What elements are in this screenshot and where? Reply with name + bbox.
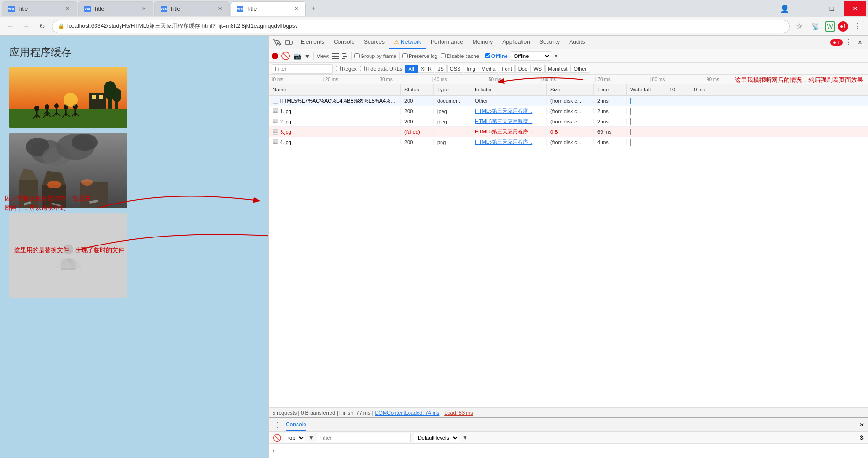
filter-font[interactable]: Font: [499, 65, 515, 73]
annotation-offline: 这里我模拟断网后的情况，然后强刷看页面效果: [735, 76, 863, 84]
url-text: localhost:63342/studyH5/HTML5第三天应用程序缓存.h…: [67, 22, 298, 30]
timeline-50ms: 50 ms: [487, 77, 541, 82]
close-button[interactable]: ✕: [844, 1, 866, 16]
close-console-button[interactable]: ✕: [860, 422, 864, 428]
clear-button[interactable]: 🚫: [281, 51, 290, 60]
capture-screenshots-button[interactable]: 📷: [293, 52, 301, 60]
page-images: [9, 67, 259, 298]
filter-all[interactable]: All: [405, 65, 417, 73]
filter-doc[interactable]: Doc: [515, 65, 530, 73]
row-3-name-text: 2.jpg: [280, 119, 291, 124]
row-5-time: 4 ms: [594, 139, 627, 145]
preserve-log-checkbox[interactable]: Preserve log: [402, 53, 438, 59]
console-menu-button[interactable]: ⋮: [273, 420, 283, 430]
filter-manifest[interactable]: Manifest: [545, 65, 571, 73]
row-4-initiator-link[interactable]: HTML5第三天应用程序...: [475, 129, 532, 134]
back-button[interactable]: ←: [4, 20, 17, 33]
tab-3-close[interactable]: ✕: [216, 5, 224, 13]
maximize-button[interactable]: □: [821, 1, 843, 16]
tab-1-close[interactable]: ✕: [64, 5, 71, 13]
record-button[interactable]: [272, 53, 278, 59]
console-tab-label[interactable]: Console: [286, 419, 306, 431]
user-icon-btn[interactable]: 👤: [774, 1, 796, 16]
table-empty-space: [269, 147, 868, 407]
tab-memory[interactable]: Memory: [468, 36, 498, 49]
new-tab-button[interactable]: +: [307, 2, 320, 15]
filter-js[interactable]: JS: [435, 65, 447, 73]
url-bar[interactable]: 🔒 localhost:63342/studyH5/HTML5第三天应用程序缓存…: [52, 20, 790, 33]
tab-network[interactable]: ⚠ Network: [389, 36, 426, 49]
bookmark-star-button[interactable]: ☆: [793, 20, 806, 33]
tab-2-close[interactable]: ✕: [140, 5, 147, 13]
filter-toggle-button[interactable]: ▼: [304, 52, 311, 60]
device-toolbar-button[interactable]: [284, 37, 294, 48]
tab-performance[interactable]: Performance: [426, 36, 468, 49]
view-list-button[interactable]: [332, 53, 339, 59]
filter-media[interactable]: Media: [479, 65, 498, 73]
offline-select[interactable]: Offline Slow 3G Fast 3G No throttling: [511, 51, 551, 61]
error-badge: ●1: [838, 21, 848, 32]
row-2-name-text: 1.jpg: [280, 108, 291, 114]
more-devtools-button[interactable]: ⋮: [844, 37, 854, 48]
row-1-size: (from disk c...: [547, 98, 594, 104]
table-header: Name Status Type Initiator Size Time Wat…: [269, 84, 868, 96]
reload-button[interactable]: ↻: [36, 20, 49, 33]
filter-ws[interactable]: WS: [530, 65, 545, 73]
view-waterfall-button[interactable]: [342, 53, 348, 59]
row-5-initiator-link[interactable]: HTML5第三天应用程序...: [475, 139, 532, 145]
table-row[interactable]: 1.jpg 200 jpeg HTML5第三天应用程度... (from dis…: [269, 106, 868, 116]
tab-2[interactable]: WS Title ✕: [78, 1, 153, 16]
view-label: View:: [317, 53, 330, 59]
table-row[interactable]: HTML5%E7%AC%AC%E4%B8%89%E5%A4%A... 200 d…: [269, 96, 868, 106]
disable-cache-checkbox[interactable]: Disable cache: [441, 53, 479, 59]
filter-other[interactable]: Other: [571, 65, 590, 73]
table-row-failed[interactable]: 3.jpg (failed) HTML5第三天应用程序... 0 B 69 ms: [269, 127, 868, 137]
hide-data-urls-checkbox[interactable]: Hide data URLs: [360, 66, 402, 72]
row-1-time: 2 ms: [594, 98, 627, 104]
console-filter-input[interactable]: [317, 433, 411, 442]
tab-4-close[interactable]: ✕: [292, 5, 300, 13]
offline-checkbox[interactable]: Offline: [485, 53, 508, 59]
filter-xhr[interactable]: XHR: [418, 65, 434, 73]
tab-elements[interactable]: Elements: [296, 36, 329, 49]
tab-4-favicon: WS: [237, 6, 243, 12]
console-context-select[interactable]: top: [284, 433, 305, 442]
load-link[interactable]: Load: 83 ms: [444, 410, 473, 416]
tab-1[interactable]: WS Title ✕: [2, 1, 77, 16]
tab-audits[interactable]: Audits: [564, 36, 589, 49]
tab-console[interactable]: Console: [329, 36, 359, 49]
row-2-initiator-link[interactable]: HTML5第三天应用程度...: [475, 108, 532, 114]
close-devtools-button[interactable]: ✕: [855, 37, 865, 48]
filter-input[interactable]: [272, 64, 333, 74]
row-1-initiator: Other: [471, 98, 547, 104]
forward-button[interactable]: →: [20, 20, 33, 33]
row-2-name: 1.jpg: [269, 108, 401, 114]
extensions-button[interactable]: W: [825, 21, 835, 32]
tab-application[interactable]: Application: [498, 36, 535, 49]
more-options-button[interactable]: ⋮: [851, 20, 864, 33]
tab-security[interactable]: Security: [535, 36, 564, 49]
tab-sources[interactable]: Sources: [359, 36, 389, 49]
group-by-frame-checkbox[interactable]: Group by frame: [354, 53, 396, 59]
console-clear-button[interactable]: 🚫: [273, 433, 281, 442]
filter-css[interactable]: CSS: [447, 65, 464, 73]
row-3-initiator-link[interactable]: HTML5第三天应用程度...: [475, 118, 532, 124]
level-dropdown-arrow: ▼: [462, 434, 468, 441]
filter-img[interactable]: Img: [464, 65, 478, 73]
cast-button[interactable]: 📡: [809, 20, 822, 33]
domcontentloaded-link[interactable]: DOMContentLoaded: 74 ms: [375, 410, 439, 416]
regex-checkbox[interactable]: Regex: [336, 66, 357, 72]
console-level-select[interactable]: Default levels: [414, 433, 459, 442]
inspect-element-button[interactable]: [272, 37, 282, 48]
tab-3-favicon: WS: [161, 6, 167, 12]
image-1: [9, 67, 127, 128]
context-dropdown-arrow[interactable]: ▼: [308, 434, 314, 441]
console-settings-button[interactable]: ⚙: [859, 434, 864, 441]
minimize-button[interactable]: —: [797, 1, 819, 16]
table-row[interactable]: 2.jpg 200 jpeg HTML5第三天应用程度... (from dis…: [269, 116, 868, 127]
tab-3[interactable]: WS Title ✕: [154, 1, 230, 16]
svg-rect-60: [342, 58, 345, 59]
row-2-waterfall: [627, 108, 868, 114]
table-row[interactable]: 4.jpg 200 png HTML5第三天应用程序... (from disk…: [269, 137, 868, 147]
tab-4[interactable]: WS Title ✕: [231, 1, 306, 16]
